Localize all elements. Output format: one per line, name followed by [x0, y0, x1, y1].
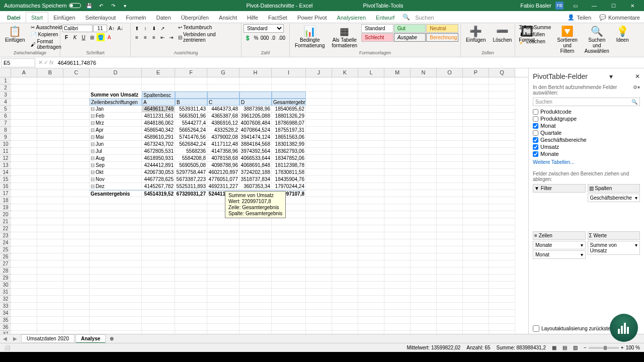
- cell[interactable]: 4464373,48: [207, 106, 239, 113]
- cell[interactable]: ⊟Jan: [90, 106, 142, 113]
- align-left-icon[interactable]: ≡: [133, 33, 141, 41]
- cell[interactable]: [142, 324, 175, 331]
- cell[interactable]: [332, 324, 358, 331]
- ribbon-options-icon[interactable]: ▭: [568, 0, 583, 11]
- cell[interactable]: [175, 275, 207, 282]
- cell[interactable]: [489, 113, 515, 120]
- cell[interactable]: [384, 127, 411, 134]
- cell[interactable]: 5690505,08: [175, 162, 207, 169]
- cell[interactable]: [332, 134, 358, 141]
- cell[interactable]: ⊟Dez: [90, 183, 142, 190]
- clear-button[interactable]: 🧹Löschen: [517, 38, 553, 45]
- cell[interactable]: [463, 162, 489, 169]
- cell[interactable]: [207, 77, 239, 84]
- cell[interactable]: ⊟Aug: [90, 155, 142, 162]
- cell[interactable]: [358, 77, 384, 84]
- cell[interactable]: [489, 148, 515, 155]
- cell[interactable]: [175, 260, 207, 267]
- cell[interactable]: [272, 331, 306, 334]
- cell[interactable]: [90, 232, 142, 239]
- cell[interactable]: [175, 197, 207, 204]
- cell[interactable]: [37, 176, 63, 183]
- cell[interactable]: [63, 282, 90, 289]
- cell[interactable]: Spaltenbesc▾: [142, 92, 175, 99]
- cell[interactable]: 4586540,342: [142, 127, 175, 134]
- cell[interactable]: 3961205,088: [239, 113, 272, 120]
- cell[interactable]: Gesamtergebnis: [272, 99, 306, 106]
- cell[interactable]: [37, 239, 63, 246]
- col-header[interactable]: D: [90, 68, 142, 77]
- cell[interactable]: [332, 84, 358, 92]
- cell[interactable]: [306, 162, 332, 169]
- cell[interactable]: [90, 303, 142, 310]
- cell[interactable]: [306, 232, 332, 239]
- cell[interactable]: [437, 253, 463, 260]
- row-header[interactable]: 33: [0, 303, 11, 310]
- rows-zone[interactable]: ≡ Zeilen Monate▾ Monat▾: [533, 231, 586, 277]
- cell[interactable]: 5673387,223: [175, 176, 207, 183]
- minimize-icon[interactable]: —: [587, 0, 602, 11]
- cell[interactable]: [463, 169, 489, 176]
- sheet-tab[interactable]: Umsatzdaten 2020: [21, 334, 74, 343]
- cell[interactable]: [332, 289, 358, 296]
- cell[interactable]: [437, 84, 463, 92]
- cell[interactable]: [384, 148, 411, 155]
- row-header[interactable]: 4: [0, 99, 11, 106]
- row-header[interactable]: 19: [0, 204, 11, 211]
- cell[interactable]: 4145267,782: [142, 183, 175, 190]
- cell[interactable]: [63, 190, 90, 197]
- cell[interactable]: 4244412,891: [142, 162, 175, 169]
- cell[interactable]: [306, 260, 332, 267]
- cell[interactable]: [11, 190, 37, 197]
- font-color-icon[interactable]: A: [105, 33, 113, 41]
- select-all-corner[interactable]: [0, 68, 11, 77]
- cell[interactable]: 5539311,43: [175, 106, 207, 113]
- cell[interactable]: [332, 148, 358, 155]
- cell[interactable]: [207, 232, 239, 239]
- cell[interactable]: [239, 260, 272, 267]
- cell[interactable]: [332, 204, 358, 211]
- cell[interactable]: [207, 92, 239, 99]
- cell[interactable]: [142, 77, 175, 84]
- cell[interactable]: [332, 211, 358, 218]
- cell[interactable]: [63, 260, 90, 267]
- cell[interactable]: [437, 317, 463, 324]
- row-header[interactable]: 8: [0, 127, 11, 134]
- cell[interactable]: [207, 275, 239, 282]
- cell[interactable]: [306, 275, 332, 282]
- cell[interactable]: [90, 289, 142, 296]
- cell[interactable]: [11, 169, 37, 176]
- cell[interactable]: [437, 99, 463, 106]
- tab-ansicht[interactable]: Ansicht: [214, 13, 242, 23]
- cell[interactable]: [175, 77, 207, 84]
- tab-daten[interactable]: Daten: [151, 13, 176, 23]
- cell[interactable]: [272, 77, 306, 84]
- cell[interactable]: [63, 169, 90, 176]
- cell[interactable]: [437, 183, 463, 190]
- cell[interactable]: [489, 267, 515, 275]
- align-bottom-icon[interactable]: ⬇: [150, 24, 158, 32]
- cell[interactable]: [489, 120, 515, 127]
- cell[interactable]: [239, 92, 272, 99]
- cell[interactable]: 4618950,931: [142, 155, 175, 162]
- cell[interactable]: [463, 232, 489, 239]
- cell[interactable]: [384, 253, 411, 260]
- field-item[interactable]: Quartale: [533, 129, 640, 136]
- cell[interactable]: [63, 211, 90, 218]
- cell[interactable]: [306, 134, 332, 141]
- cell[interactable]: [175, 204, 207, 211]
- cell[interactable]: [11, 275, 37, 282]
- tab-powerpivot[interactable]: Power Pivot: [292, 13, 332, 23]
- cell[interactable]: [384, 267, 411, 275]
- cell[interactable]: [11, 260, 37, 267]
- cell[interactable]: [11, 232, 37, 239]
- cell[interactable]: [332, 113, 358, 120]
- cell[interactable]: 3884184,568: [239, 141, 272, 148]
- zoom-level[interactable]: 100 %: [626, 345, 640, 350]
- cell[interactable]: [384, 225, 411, 232]
- cell[interactable]: 5584208,8: [175, 155, 207, 162]
- cell[interactable]: [11, 282, 37, 289]
- cell[interactable]: [332, 218, 358, 225]
- cell[interactable]: 4066533,644: [239, 155, 272, 162]
- cell[interactable]: [437, 169, 463, 176]
